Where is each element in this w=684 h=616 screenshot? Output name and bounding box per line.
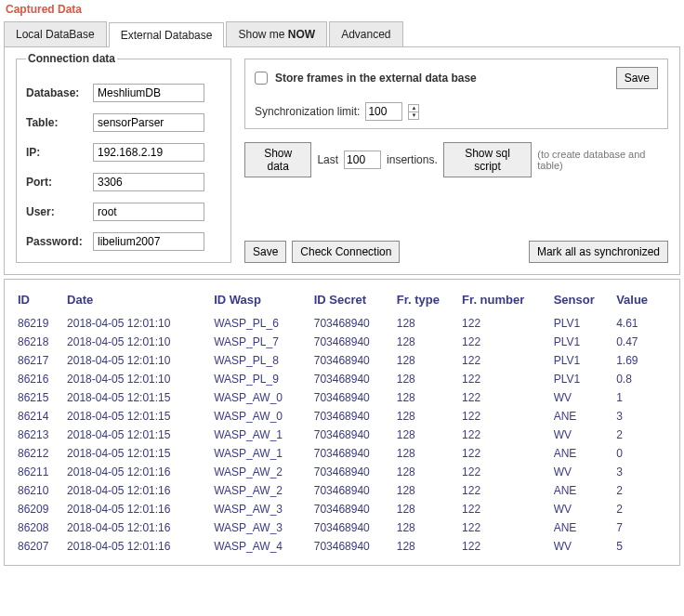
cell-id: 86208 — [18, 518, 67, 537]
spinner-up-icon[interactable]: ▲ — [409, 105, 418, 112]
page-title: Captured Data — [0, 0, 684, 21]
ip-label: IP: — [26, 146, 93, 159]
cell-value: 7 — [616, 518, 666, 537]
cell-fnum: 122 — [462, 314, 554, 333]
cell-ftype: 128 — [397, 388, 462, 407]
col-value[interactable]: Value — [616, 289, 666, 314]
tab-show-now-prefix: Show me — [238, 28, 287, 41]
sync-limit-spinner[interactable]: ▲▼ — [408, 104, 419, 120]
table-row[interactable]: 862182018-04-05 12:01:10WASP_PL_77034689… — [18, 333, 666, 351]
cell-ftype: 128 — [397, 351, 462, 370]
col-sensor[interactable]: Sensor — [554, 289, 616, 314]
store-frames-checkbox[interactable] — [255, 72, 268, 85]
col-id-wasp[interactable]: ID Wasp — [214, 289, 314, 314]
table-row[interactable]: 862122018-04-05 12:01:15WASP_AW_17034689… — [18, 444, 666, 463]
table-header-row: ID Date ID Wasp ID Secret Fr. type Fr. n… — [18, 289, 666, 314]
store-frames-box: Store frames in the external data base S… — [244, 59, 668, 129]
tab-external-db[interactable]: External Database — [109, 22, 225, 47]
table-row[interactable]: 862112018-04-05 12:01:16WASP_AW_27034689… — [18, 463, 666, 481]
cell-date: 2018-04-05 12:01:16 — [67, 518, 214, 537]
cell-id: 86219 — [18, 314, 67, 333]
config-panel: Connection data Database: Table: IP: Por… — [4, 46, 680, 275]
col-date[interactable]: Date — [67, 289, 214, 314]
cell-sensor: WV — [554, 463, 616, 481]
cell-id: 86209 — [18, 500, 67, 518]
table-row[interactable]: 862072018-04-05 12:01:16WASP_AW_47034689… — [18, 537, 666, 556]
database-input[interactable] — [93, 84, 204, 102]
col-fr-type[interactable]: Fr. type — [397, 289, 462, 314]
cell-id: 86217 — [18, 351, 67, 370]
check-connection-button[interactable]: Check Connection — [292, 241, 400, 263]
connection-legend: Connection data — [26, 52, 117, 65]
table-row[interactable]: 862192018-04-05 12:01:10WASP_PL_67034689… — [18, 314, 666, 333]
table-row[interactable]: 862172018-04-05 12:01:10WASP_PL_87034689… — [18, 351, 666, 370]
tab-advanced[interactable]: Advanced — [329, 21, 402, 46]
cell-ftype: 128 — [397, 537, 462, 556]
tab-local-db[interactable]: Local DataBase — [4, 21, 107, 46]
user-input[interactable] — [93, 203, 204, 221]
cell-sensor: ANE — [554, 481, 616, 500]
cell-secret: 703468940 — [314, 481, 397, 500]
cell-ftype: 128 — [397, 407, 462, 426]
data-table: ID Date ID Wasp ID Secret Fr. type Fr. n… — [18, 289, 666, 556]
cell-sensor: PLV1 — [554, 351, 616, 370]
cell-fnum: 122 — [462, 370, 554, 388]
cell-wasp: WASP_PL_6 — [214, 314, 314, 333]
table-row[interactable]: 862092018-04-05 12:01:16WASP_AW_37034689… — [18, 500, 666, 518]
table-row[interactable]: 862132018-04-05 12:01:15WASP_AW_17034689… — [18, 426, 666, 444]
show-sql-button[interactable]: Show sql script — [443, 142, 532, 177]
cell-secret: 703468940 — [314, 463, 397, 481]
last-input[interactable] — [344, 151, 381, 169]
port-input[interactable] — [93, 173, 204, 191]
store-save-button[interactable]: Save — [616, 67, 658, 89]
tab-bar: Local DataBase External Database Show me… — [0, 21, 684, 46]
cell-sensor: WV — [554, 500, 616, 518]
cell-value: 1 — [616, 388, 666, 407]
database-label: Database: — [26, 86, 93, 99]
cell-value: 2 — [616, 500, 666, 518]
cell-secret: 703468940 — [314, 370, 397, 388]
cell-secret: 703468940 — [314, 314, 397, 333]
table-row[interactable]: 862082018-04-05 12:01:16WASP_AW_37034689… — [18, 518, 666, 537]
sql-hint: (to create database and table) — [537, 149, 668, 171]
cell-sensor: ANE — [554, 444, 616, 463]
table-row[interactable]: 862102018-04-05 12:01:16WASP_AW_27034689… — [18, 481, 666, 500]
cell-secret: 703468940 — [314, 500, 397, 518]
tab-show-now[interactable]: Show me NOW — [226, 21, 327, 46]
spinner-down-icon[interactable]: ▼ — [409, 112, 418, 119]
cell-wasp: WASP_AW_2 — [214, 481, 314, 500]
store-frames-label: Store frames in the external data base — [275, 72, 477, 85]
cell-sensor: ANE — [554, 518, 616, 537]
cell-sensor: PLV1 — [554, 314, 616, 333]
cell-date: 2018-04-05 12:01:16 — [67, 481, 214, 500]
cell-id: 86213 — [18, 426, 67, 444]
cell-secret: 703468940 — [314, 518, 397, 537]
cell-value: 3 — [616, 407, 666, 426]
show-data-button[interactable]: Show data — [244, 142, 311, 177]
connection-fieldset: Connection data Database: Table: IP: Por… — [16, 59, 231, 263]
cell-fnum: 122 — [462, 388, 554, 407]
table-input[interactable] — [93, 113, 204, 132]
tab-show-now-bold: NOW — [288, 28, 315, 41]
cell-id: 86218 — [18, 333, 67, 351]
ip-input[interactable] — [93, 143, 204, 162]
cell-wasp: WASP_AW_4 — [214, 537, 314, 556]
cell-ftype: 128 — [397, 463, 462, 481]
cell-id: 86216 — [18, 370, 67, 388]
password-input[interactable] — [93, 232, 204, 251]
table-row[interactable]: 862152018-04-05 12:01:15WASP_AW_07034689… — [18, 388, 666, 407]
cell-date: 2018-04-05 12:01:10 — [67, 333, 214, 351]
table-row[interactable]: 862162018-04-05 12:01:10WASP_PL_97034689… — [18, 370, 666, 388]
save-button[interactable]: Save — [244, 241, 286, 263]
sync-limit-input[interactable] — [365, 102, 402, 121]
cell-date: 2018-04-05 12:01:15 — [67, 444, 214, 463]
col-id-secret[interactable]: ID Secret — [314, 289, 397, 314]
cell-wasp: WASP_PL_8 — [214, 351, 314, 370]
cell-sensor: PLV1 — [554, 333, 616, 351]
col-id[interactable]: ID — [18, 289, 67, 314]
mark-synchronized-button[interactable]: Mark all as synchronized — [529, 241, 668, 263]
col-fr-number[interactable]: Fr. number — [462, 289, 554, 314]
cell-value: 4.61 — [616, 314, 666, 333]
table-row[interactable]: 862142018-04-05 12:01:15WASP_AW_07034689… — [18, 407, 666, 426]
cell-secret: 703468940 — [314, 537, 397, 556]
